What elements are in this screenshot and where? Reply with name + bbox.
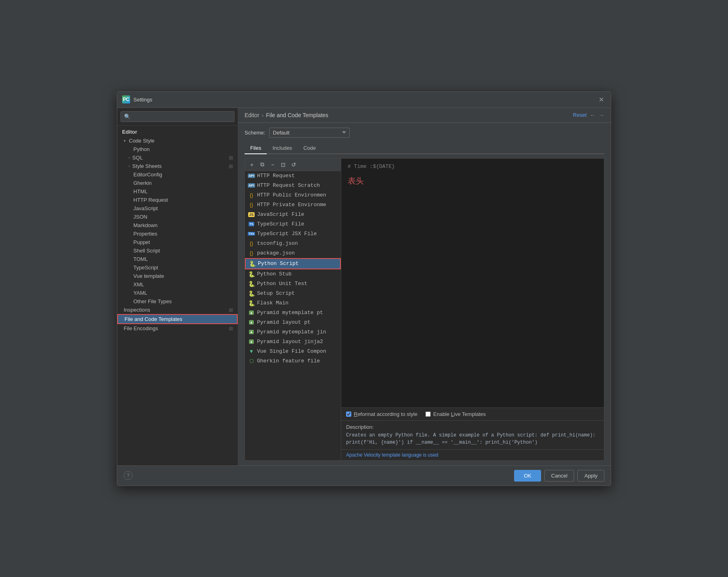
search-input[interactable] — [120, 111, 234, 122]
sidebar-item-typescript[interactable]: TypeScript — [117, 263, 238, 272]
template-item-setup-script[interactable]: 🐍 Setup Script — [245, 289, 341, 298]
template-item-javascript-file[interactable]: JS JavaScript File — [245, 210, 341, 219]
template-item-gherkin-feature[interactable]: ⬡ Gherkin feature file — [245, 356, 341, 366]
sidebar-item-puppet[interactable]: Puppet — [117, 238, 238, 246]
template-item-http-request[interactable]: API HTTP Request — [245, 171, 341, 181]
sidebar-item-label-code-style: Code Style — [129, 138, 155, 144]
sidebar-section-editor: Editor — [117, 127, 238, 136]
sidebar-item-label-yaml: YAML — [133, 290, 147, 296]
scheme-select[interactable]: Default Project — [269, 128, 350, 138]
reset-template-button[interactable]: ⊡ — [279, 160, 288, 169]
sidebar-item-shell-script[interactable]: Shell Script — [117, 246, 238, 255]
sidebar-item-code-style[interactable]: ▾ Code Style — [117, 136, 238, 145]
live-templates-checkbox-label[interactable]: Enable Live Templates — [425, 411, 486, 417]
template-item-typescript-jsx-file[interactable]: TSX TypeScript JSX File — [245, 229, 341, 239]
template-item-python-stub[interactable]: 🐍 Python Stub — [245, 269, 341, 279]
template-label-tsconfig-json: tsconfig.json — [257, 240, 298, 246]
forward-button[interactable]: → — [599, 112, 604, 118]
tab-files[interactable]: Files — [245, 143, 267, 154]
sidebar-item-vue[interactable]: Vue template — [117, 272, 238, 280]
expand-icon-code-style: ▾ — [124, 139, 126, 143]
close-button[interactable]: ✕ — [596, 95, 606, 104]
help-button[interactable]: ? — [124, 471, 133, 480]
sidebar-item-markdown[interactable]: Markdown — [117, 221, 238, 230]
sidebar-item-file-encodings[interactable]: File Encodings ▤ — [117, 324, 238, 333]
add-template-button[interactable]: + — [247, 160, 256, 169]
template-item-python-unit-test[interactable]: 🐍 Python Unit Test — [245, 279, 341, 289]
javascript-file-icon: JS — [248, 211, 255, 218]
http-request-icon: API — [248, 173, 255, 179]
template-item-python-script[interactable]: 🐍 Python Script — [245, 258, 341, 269]
template-item-http-request-scratch[interactable]: API HTTP Request Scratch — [245, 181, 341, 190]
template-item-flask-main[interactable]: 🐍 Flask Main — [245, 298, 341, 308]
live-templates-checkbox[interactable] — [425, 412, 431, 417]
scheme-row: Scheme: Default Project — [245, 128, 604, 138]
breadcrumb-current: File and Code Templates — [266, 112, 328, 118]
template-label-python-stub: Python Stub — [257, 271, 292, 277]
velocity-text: template language is used — [382, 452, 438, 458]
vue-single-file-icon: ▼ — [248, 348, 255, 355]
sidebar-item-html[interactable]: HTML — [117, 187, 238, 196]
typescript-jsx-file-icon: TSX — [248, 231, 255, 237]
sidebar-item-sql[interactable]: › SQL ▤ — [117, 153, 238, 162]
sidebar-item-other-file-types[interactable]: Other File Types — [117, 297, 238, 306]
sidebar-item-toml[interactable]: TOML — [117, 255, 238, 263]
options-row: Reformat according to style Enable Live … — [341, 407, 604, 420]
sidebar-item-label-html: HTML — [133, 188, 147, 194]
template-item-typescript-file[interactable]: TS TypeScript File — [245, 219, 341, 229]
sidebar-item-gherkin[interactable]: Gherkin — [117, 179, 238, 187]
sidebar-item-label-markdown: Markdown — [133, 222, 158, 228]
sql-icon: ▤ — [229, 155, 233, 160]
python-unit-test-icon: 🐍 — [248, 281, 255, 287]
template-label-gherkin-feature: Gherkin feature file — [257, 358, 320, 364]
split-area: + ⧉ − ⊡ ↺ API HTTP Request — [245, 158, 604, 461]
revert-template-button[interactable]: ↺ — [289, 160, 298, 169]
velocity-link[interactable]: Apache Velocity — [346, 452, 380, 458]
template-item-http-public-env[interactable]: {} HTTP Public Environmen — [245, 190, 341, 200]
template-item-http-private-env[interactable]: {} HTTP Private Environme — [245, 200, 341, 210]
sidebar-item-xml[interactable]: XML — [117, 280, 238, 289]
reformat-checkbox[interactable] — [346, 412, 351, 417]
sidebar-item-properties[interactable]: Properties — [117, 230, 238, 238]
scheme-label: Scheme: — [245, 130, 265, 136]
template-item-package-json[interactable]: {} package.json — [245, 248, 341, 258]
sidebar-item-label-toml: TOML — [133, 256, 148, 262]
http-private-env-icon: {} — [248, 202, 255, 208]
sidebar-item-json[interactable]: JSON — [117, 213, 238, 221]
template-item-tsconfig-json[interactable]: {} tsconfig.json — [245, 239, 341, 248]
sidebar-item-yaml[interactable]: YAML — [117, 289, 238, 297]
template-item-pyramid-layout-pt[interactable]: ▲ Pyramid layout pt — [245, 318, 341, 327]
breadcrumb-separator: › — [262, 112, 264, 118]
reformat-checkbox-label[interactable]: Reformat according to style — [346, 411, 417, 417]
sidebar-item-javascript[interactable]: JavaScript — [117, 204, 238, 213]
tab-code[interactable]: Code — [298, 143, 321, 154]
cancel-button[interactable]: Cancel — [544, 470, 574, 482]
reset-button[interactable]: Reset — [573, 112, 587, 118]
sidebar-item-inspections[interactable]: Inspections ▤ — [117, 306, 238, 314]
code-area[interactable]: # Time :${DATE} 表头 — [341, 159, 604, 407]
sidebar-item-style-sheets[interactable]: › Style Sheets ▤ — [117, 162, 238, 170]
template-item-pyramid-layout-jinja2[interactable]: ▲ Pyramid layout jinja2 — [245, 337, 341, 347]
template-label-http-request-scratch: HTTP Request Scratch — [257, 182, 320, 188]
bottom-bar: ? OK Cancel Apply — [117, 465, 611, 486]
style-sheets-icon: ▤ — [229, 163, 233, 169]
sidebar-item-http-request[interactable]: HTTP Request — [117, 196, 238, 204]
sidebar-item-file-code-templates[interactable]: File and Code Templates — [117, 314, 238, 324]
apply-button[interactable]: Apply — [577, 470, 604, 482]
expand-icon-sql: › — [129, 155, 130, 160]
back-button[interactable]: ← — [590, 112, 595, 118]
copy-template-button[interactable]: ⧉ — [258, 160, 267, 169]
sidebar-item-label-editorconfig: EditorConfig — [133, 172, 162, 178]
sidebar-item-label-vue: Vue template — [133, 273, 164, 279]
template-label-http-public-env: HTTP Public Environmen — [257, 192, 326, 198]
sidebar-item-label-properties: Properties — [133, 231, 157, 237]
sidebar-item-python[interactable]: Python — [117, 145, 238, 153]
template-item-pyramid-mytemplate-pt[interactable]: ▲ Pyramid mytemplate pt — [245, 308, 341, 318]
template-item-pyramid-mytemplate-jin[interactable]: ▲ Pyramid mytemplate jin — [245, 327, 341, 337]
ok-button[interactable]: OK — [514, 470, 541, 482]
sidebar-item-editorconfig[interactable]: EditorConfig — [117, 170, 238, 179]
tab-includes[interactable]: Includes — [267, 143, 297, 154]
template-item-vue-single-file[interactable]: ▼ Vue Single File Compon — [245, 347, 341, 356]
remove-template-button[interactable]: − — [268, 160, 277, 169]
template-list-panel: + ⧉ − ⊡ ↺ API HTTP Request — [245, 158, 341, 461]
